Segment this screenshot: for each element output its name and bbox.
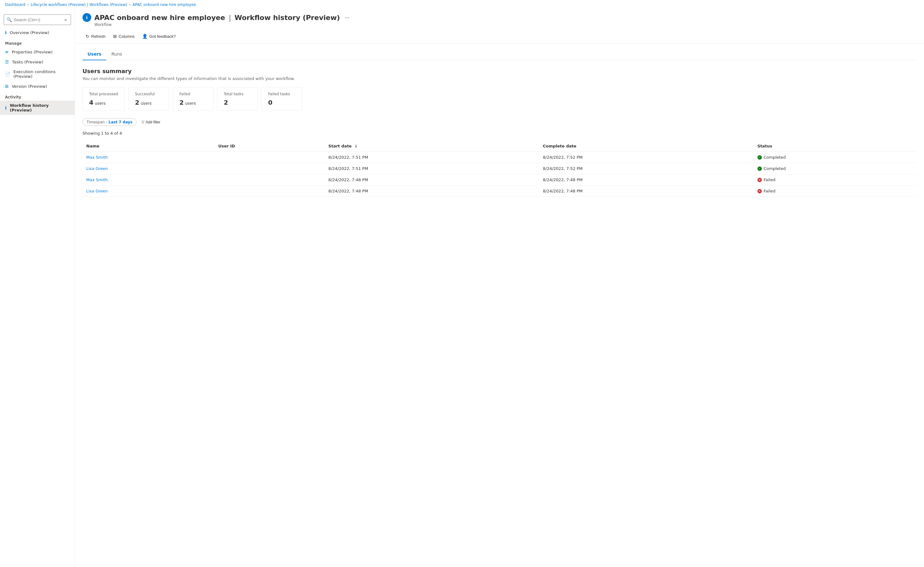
feedback-icon: 👤 [142, 34, 147, 39]
filter-icon: ▽ [141, 120, 144, 124]
showing-text: Showing 1 to 4 of 4 [82, 131, 916, 136]
search-input[interactable] [14, 18, 61, 22]
timespan-filter[interactable]: Timespan : Last 7 days [82, 118, 136, 126]
stat-label-2: Failed [179, 92, 207, 96]
col-userid: User ID [214, 141, 324, 152]
col-name: Name [82, 141, 214, 152]
stat-failed-tasks: Failed tasks 0 [261, 87, 302, 111]
cell-name-2: Max Smith [82, 174, 214, 186]
timespan-value: Last 7 days [108, 120, 132, 124]
table-row: Lisa Green 8/24/2022, 7:51 PM 8/24/2022,… [82, 163, 916, 174]
content-area: Users Runs Users summary You can monitor… [75, 44, 924, 567]
tab-runs[interactable]: Runs [106, 48, 127, 60]
status-badge-3: Failed [758, 189, 913, 194]
cell-completedate-1: 8/24/2022, 7:52 PM [539, 163, 753, 174]
cell-name-1: Lisa Green [82, 163, 214, 174]
layers-icon: ⊞ [5, 84, 9, 89]
stat-label-1: Successful [135, 92, 162, 96]
status-icon-0 [758, 155, 762, 160]
breadcrumb-dashboard[interactable]: Dashboard [5, 3, 25, 7]
sidebar-item-version[interactable]: ⊞ Version (Preview) [0, 81, 75, 91]
stat-label-4: Failed tasks [268, 92, 296, 96]
stat-total-processed: Total processed 4users [82, 87, 124, 111]
cell-userid-2 [214, 174, 324, 186]
version-label: Version (Preview) [12, 84, 47, 89]
section-title: Users summary [82, 68, 916, 74]
tab-users[interactable]: Users [82, 48, 106, 60]
feedback-button[interactable]: 👤 Got feedback? [139, 32, 179, 40]
tabs: Users Runs [82, 48, 916, 60]
breadcrumb-lifecycle[interactable]: Lifecycle workflows (Preview) | Workflow… [31, 3, 127, 7]
sidebar-item-overview[interactable]: ℹ Overview (Preview) [0, 27, 75, 38]
cell-status-1: Completed [754, 163, 916, 174]
stat-label-0: Total processed [89, 92, 118, 96]
refresh-button[interactable]: ↻ Refresh [82, 32, 109, 40]
list-icon: ☰ [5, 59, 9, 64]
status-icon-2 [758, 178, 762, 182]
col-complete-date: Complete date [539, 141, 753, 152]
status-text-0: Completed [764, 155, 786, 160]
page-type-label: Workflow [94, 22, 916, 27]
sidebar-item-properties[interactable]: ≡ Properties (Preview) [0, 47, 75, 57]
cell-status-2: Failed [754, 174, 916, 186]
section-description: You can monitor and investigate the diff… [82, 76, 916, 81]
cell-status-0: Completed [754, 152, 916, 163]
stat-value-0: 4users [89, 99, 118, 106]
status-icon-3 [758, 189, 762, 194]
stat-failed: Failed 2users [173, 87, 213, 111]
collapse-button[interactable]: « [63, 16, 68, 23]
stat-successful: Successful 2users [128, 87, 169, 111]
toolbar: ↻ Refresh ⊞ Columns 👤 Got feedback? [75, 29, 924, 44]
sidebar-item-workflow-history[interactable]: ℹ Workflow history (Preview) [0, 100, 75, 115]
cell-userid-3 [214, 186, 324, 197]
bars-icon: ≡ [5, 50, 9, 54]
timespan-label: Timespan [87, 120, 105, 124]
user-link-0[interactable]: Max Smith [86, 155, 108, 160]
user-link-2[interactable]: Max Smith [86, 177, 108, 182]
cell-startdate-1: 8/24/2022, 7:51 PM [325, 163, 539, 174]
status-text-2: Failed [764, 177, 776, 182]
more-options-button[interactable]: ··· [343, 14, 351, 21]
status-badge-1: Completed [758, 166, 913, 171]
table-header-row: Name User ID Start date ↓ Complete date … [82, 141, 916, 152]
stat-value-1: 2users [135, 99, 162, 106]
status-icon-1 [758, 166, 762, 171]
execution-label: Execution conditions (Preview) [14, 69, 70, 79]
cell-startdate-0: 8/24/2022, 7:51 PM [325, 152, 539, 163]
stat-value-2: 2users [179, 99, 207, 106]
refresh-icon: ↻ [86, 34, 89, 39]
columns-icon: ⊞ [113, 34, 117, 39]
sidebar-overview-label: Overview (Preview) [10, 30, 49, 35]
workflow-history-label: Workflow history (Preview) [10, 103, 70, 112]
cell-userid-1 [214, 163, 324, 174]
cell-name-3: Lisa Green [82, 186, 214, 197]
cell-status-3: Failed [754, 186, 916, 197]
search-box[interactable]: 🔍 « [4, 14, 71, 25]
status-badge-2: Failed [758, 177, 913, 182]
sidebar: 🔍 « ℹ Overview (Preview) Manage ≡ Proper… [0, 9, 75, 567]
info-icon: ℹ [5, 30, 6, 35]
sidebar-item-execution[interactable]: 📄 Execution conditions (Preview) [0, 67, 75, 81]
cell-completedate-0: 8/24/2022, 7:52 PM [539, 152, 753, 163]
users-summary-section: Users summary You can monitor and invest… [82, 68, 916, 197]
status-text-1: Completed [764, 166, 786, 171]
cell-userid-0 [214, 152, 324, 163]
add-filter-button[interactable]: ▽ Add filter [139, 119, 163, 126]
breadcrumb-current[interactable]: APAC onboard new hire employee [132, 3, 196, 7]
page-header: ℹ APAC onboard new hire employee | Workf… [75, 9, 924, 29]
user-link-1[interactable]: Lisa Green [86, 166, 108, 171]
stat-label-3: Total tasks [224, 92, 251, 96]
search-icon: 🔍 [6, 17, 12, 22]
col-start-date[interactable]: Start date ↓ [325, 141, 539, 152]
filter-row: Timespan : Last 7 days ▽ Add filter [82, 118, 916, 126]
sidebar-item-tasks[interactable]: ☰ Tasks (Preview) [0, 57, 75, 67]
properties-label: Properties (Preview) [12, 50, 53, 54]
doc-icon: 📄 [5, 72, 10, 76]
col-status: Status [754, 141, 916, 152]
stat-value-4: 0 [268, 99, 296, 106]
manage-section-label: Manage [0, 38, 75, 47]
columns-button[interactable]: ⊞ Columns [110, 32, 138, 40]
table-row: Lisa Green 8/24/2022, 7:48 PM 8/24/2022,… [82, 186, 916, 197]
user-link-3[interactable]: Lisa Green [86, 189, 108, 194]
users-table: Name User ID Start date ↓ Complete date … [82, 141, 916, 197]
